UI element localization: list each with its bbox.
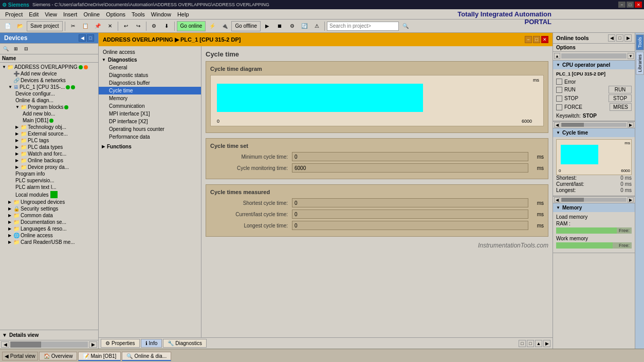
address-close-button[interactable]: ✕ (541, 36, 548, 43)
menu-online[interactable]: Online (80, 10, 103, 18)
copy-button[interactable]: 📋 (80, 21, 91, 32)
menu-tools[interactable]: Tools (128, 10, 148, 18)
min-cycle-input[interactable] (292, 152, 528, 161)
go-online-button[interactable]: Go online (177, 21, 206, 31)
diagnostics-tab[interactable]: 🔧 Diagnostics (163, 339, 207, 348)
offline-icon[interactable]: 🔌 (219, 21, 230, 32)
new-button[interactable]: 📄 (2, 21, 13, 32)
expand-arrow[interactable]: ▼ (2, 332, 7, 338)
current-input[interactable] (292, 209, 528, 219)
scroll-down-button[interactable]: ▼ (628, 53, 634, 59)
diag-item-general[interactable]: General (99, 64, 201, 71)
memory-section-header[interactable]: ▼ Memory (553, 203, 635, 212)
online-icon[interactable]: ⚡ (207, 21, 218, 32)
search-button[interactable]: 🔍 (400, 21, 411, 32)
portal-main-ob1-tab[interactable]: 📝 Main [OB1] (78, 352, 121, 361)
menu-options[interactable]: Options (103, 10, 128, 18)
sim-button[interactable]: ⚙ (286, 21, 298, 32)
scroll-left-button[interactable]: ◀ (554, 197, 560, 202)
diag-item-online-access[interactable]: Online access (99, 48, 201, 56)
run-button[interactable]: RUN (609, 86, 632, 93)
scroll-left-button[interactable]: ◀ (554, 122, 560, 127)
diag-item-mpi[interactable]: MPI interface [X1] (99, 110, 201, 118)
search-input[interactable] (327, 22, 399, 31)
panel-hide-button[interactable]: ◀ (79, 34, 86, 42)
tree-item-tech-obj[interactable]: ▶ 📁 Technology obj... (1, 124, 97, 130)
undo-button[interactable]: ↩ (120, 21, 132, 32)
panel-float-button[interactable]: □ (87, 34, 94, 42)
tree-item-add-block[interactable]: Add new blo... (1, 110, 97, 117)
tab-arrow-button[interactable]: ▶ (543, 340, 550, 347)
menu-insert[interactable]: Insert (60, 10, 81, 18)
maximize-button[interactable]: □ (627, 2, 634, 8)
diag-item-dp[interactable]: DP interface [X2] (99, 118, 201, 125)
menu-window[interactable]: Window (148, 10, 174, 18)
tree-item-plc1[interactable]: ▼ 🖥 PLC_1 [CPU 315-... (1, 84, 97, 90)
tree-item-plc-super[interactable]: PLC supervisio... (1, 177, 97, 184)
open-button[interactable]: 📂 (14, 21, 26, 32)
tree-item-program-info[interactable]: Program info (1, 170, 97, 177)
ref-button[interactable]: 🔄 (299, 21, 310, 32)
rp-btn-2[interactable]: □ (616, 34, 623, 42)
rp-btn-3[interactable]: ▶ (624, 34, 632, 42)
address-min-button[interactable]: − (525, 36, 532, 43)
portal-online-dia-tab[interactable]: 🔍 Online & dia... (122, 352, 171, 361)
delete-button[interactable]: ✕ (104, 21, 116, 32)
err-button[interactable]: ⚠ (311, 21, 322, 32)
tree-item-main-ob1[interactable]: Main [OB1] (1, 117, 97, 124)
menu-help[interactable]: Help (174, 10, 192, 18)
properties-tab[interactable]: ⚙ Properties (101, 339, 140, 348)
stop-button[interactable]: STOP (609, 94, 632, 102)
tree-item-devices-networks[interactable]: 🔗 Devices & networks (1, 77, 97, 84)
tree-item-local-modules[interactable]: Local modules (1, 190, 97, 199)
diag-item-performance[interactable]: Performance data (99, 133, 201, 141)
cpu-section-header[interactable]: ▼ CPU operator panel (553, 61, 635, 69)
paste-button[interactable]: 📌 (92, 21, 103, 32)
tab-expand-button[interactable]: ▲ (535, 340, 542, 347)
start-button[interactable]: ▶ (262, 21, 273, 32)
minimize-button[interactable]: − (618, 2, 625, 8)
tree-item-security[interactable]: ▶ 🔒 Security settings (1, 205, 97, 212)
info-tab[interactable]: ℹ Info (141, 339, 162, 348)
tab-btn-1[interactable]: □ (519, 340, 526, 347)
save-project-button[interactable]: Save project (27, 21, 63, 31)
stop-sim-button[interactable]: ⏹ (274, 21, 285, 32)
shortest-input[interactable] (292, 198, 528, 207)
diag-item-cycle-time[interactable]: Cycle time (99, 87, 201, 94)
diag-item-memory[interactable]: Memory (99, 94, 201, 102)
diag-section-diagnostics[interactable]: ▼ Diagnostics (99, 56, 201, 64)
diag-item-diag-status[interactable]: Diagnostic status (99, 71, 201, 79)
scroll-right-button[interactable]: ▶ (628, 197, 634, 202)
tools-side-label[interactable]: Tools (636, 34, 644, 50)
tree-item-address-overlapping[interactable]: ▼ 📁 ADDRESS OVERLAPPING (1, 64, 97, 70)
compile-button[interactable]: ⚙ (149, 21, 160, 32)
tree-item-add-device[interactable]: ➕ Add new device (1, 70, 97, 77)
tree-item-ungrouped[interactable]: ▶ 📁 Ungrouped devices (1, 199, 97, 205)
mres-button[interactable]: MRES (610, 103, 632, 111)
scroll-right-button[interactable]: ▶ (628, 122, 634, 127)
tree-item-plc-datatypes[interactable]: ▶ 📁 PLC data types (1, 144, 97, 150)
tree-collapse-button[interactable]: ⊟ (22, 45, 31, 53)
tree-item-online-access[interactable]: ▶ 🌐 Online access (1, 232, 97, 239)
menu-view[interactable]: View (42, 10, 60, 18)
monitor-input[interactable] (292, 163, 528, 173)
cut-button[interactable]: ✂ (67, 21, 79, 32)
tree-search-button[interactable]: 🔍 (1, 45, 10, 53)
diag-section-functions[interactable]: ▶ Functions (99, 143, 201, 150)
diag-item-op-hours[interactable]: Operating hours counter (99, 125, 201, 133)
tree-item-languages[interactable]: ▶ 📁 Languages & reso... (1, 225, 97, 232)
diag-item-communication[interactable]: Communication (99, 102, 201, 110)
download-button[interactable]: ⬇ (161, 21, 172, 32)
scroll-left-button[interactable]: ◀ (1, 341, 9, 348)
tree-item-plc-tags[interactable]: ▶ 📁 PLC tags (1, 137, 97, 144)
options-tab[interactable]: Options (553, 44, 635, 52)
rp-btn-1[interactable]: ◀ (608, 34, 615, 42)
cycle-section-header[interactable]: ▼ Cycle time (553, 128, 635, 137)
longest-input[interactable] (292, 221, 528, 230)
redo-button[interactable]: ↪ (133, 21, 144, 32)
tree-item-card-reader[interactable]: ▶ 📁 Card Reader/USB me... (1, 239, 97, 245)
close-button[interactable]: ✕ (635, 2, 642, 8)
tree-item-program-blocks[interactable]: ▼ 📁 Program blocks (1, 104, 97, 110)
address-restore-button[interactable]: □ (533, 36, 540, 43)
scroll-right-button[interactable]: ▶ (89, 341, 97, 348)
